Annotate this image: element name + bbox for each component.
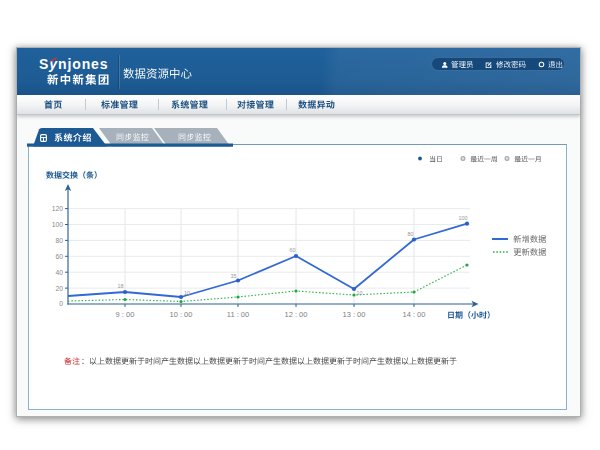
svg-text:60: 60	[290, 247, 296, 253]
svg-text:10 : 00: 10 : 00	[170, 310, 193, 319]
svg-text:80: 80	[55, 237, 63, 244]
svg-text:80: 80	[408, 231, 414, 237]
svg-text:11 : 00: 11 : 00	[227, 310, 249, 319]
svg-text:10: 10	[357, 290, 363, 296]
svg-text:120: 120	[52, 205, 64, 212]
svg-text:10: 10	[184, 290, 190, 296]
svg-text:12 : 00: 12 : 00	[285, 310, 308, 319]
svg-text:60: 60	[55, 253, 63, 260]
svg-text:18: 18	[118, 283, 124, 289]
svg-text:13 : 00: 13 : 00	[343, 310, 366, 319]
svg-text:9 : 00: 9 : 00	[116, 310, 135, 319]
svg-text:40: 40	[55, 269, 63, 276]
svg-text:14 : 00: 14 : 00	[403, 310, 426, 319]
svg-text:0: 0	[59, 300, 63, 307]
svg-text:100: 100	[459, 215, 468, 221]
svg-text:100: 100	[52, 221, 64, 228]
svg-text:20: 20	[55, 285, 63, 292]
svg-text:35: 35	[231, 273, 237, 279]
